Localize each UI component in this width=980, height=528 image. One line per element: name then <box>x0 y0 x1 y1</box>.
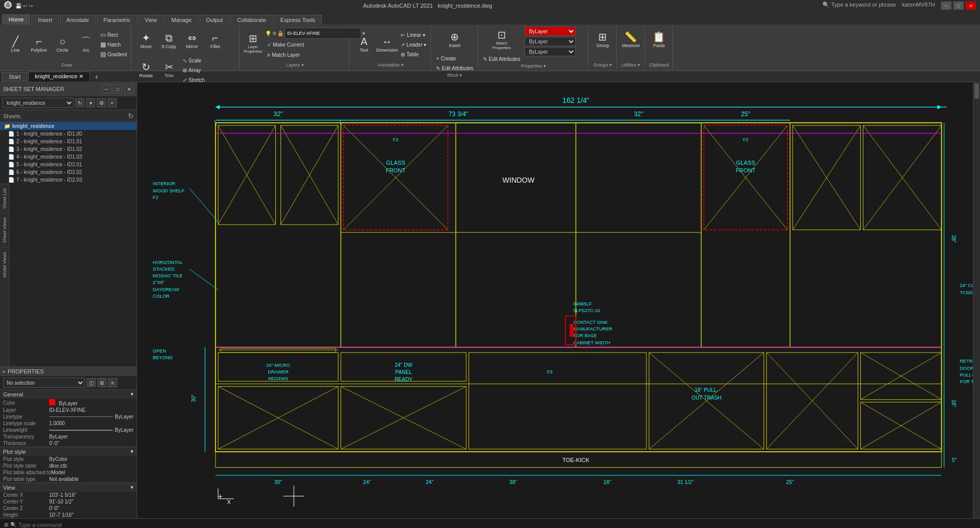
props-btn2[interactable]: ⊞ <box>97 378 106 387</box>
props-selection[interactable]: No selection <box>3 378 85 388</box>
tab-output[interactable]: Output <box>200 15 230 25</box>
cmd-icon: ⊞ <box>4 522 8 527</box>
gradient-button[interactable]: ▤Gradient <box>98 50 129 59</box>
edit-attrs-button[interactable]: ✎Edit Attributes <box>481 54 522 63</box>
svg-text:PANEL: PANEL <box>395 369 412 375</box>
layer-lock-icon[interactable]: 🔒 <box>277 31 284 36</box>
plot-style-section[interactable]: Plot style ▾ <box>0 447 137 456</box>
general-section[interactable]: General ▾ <box>0 389 137 399</box>
tab-manage[interactable]: Manage <box>165 15 199 25</box>
insert-button[interactable]: ⊕Insert <box>444 27 466 53</box>
hatch-button[interactable]: ▦Hatch <box>98 40 129 49</box>
fillet-button[interactable]: ⌐Fillet <box>204 27 226 55</box>
color-combo[interactable]: ByLayer <box>525 27 576 36</box>
sheet-item-2[interactable]: 📄 3 - knight_residence - ID1.02 <box>0 145 137 153</box>
paste-button[interactable]: 📋Paste <box>648 27 670 53</box>
drawing-canvas-area[interactable]: 162 1/4" 32" 73 3/4" 32" 25" <box>137 82 973 518</box>
tab-parametric[interactable]: Parametric <box>97 15 137 25</box>
sheet-item-3[interactable]: 📄 4 - knight_residence - ID1.03 <box>0 153 137 161</box>
right-scrollbar[interactable] <box>973 82 980 518</box>
restore-button[interactable]: □ <box>953 2 964 10</box>
layer-properties-button[interactable]: ⊞ Layer Properties <box>243 30 263 57</box>
sheet-item-5[interactable]: 📄 6 - knight_residence - ID2.02 <box>0 168 137 176</box>
circle-button[interactable]: ○Circle <box>51 30 74 59</box>
main-layout: SHEET SET MANAGER ─ □ ✕ knight_residence… <box>0 82 980 518</box>
sheet-item-4[interactable]: 📄 5 - knight_residence - ID2.01 <box>0 161 137 168</box>
edit-button[interactable]: ✎Edit Attributes <box>434 63 475 73</box>
sheet-item-label: 6 - knight_residence - ID2.02 <box>16 169 82 175</box>
scroll-thumb[interactable] <box>974 83 979 99</box>
layer-visibility-icon[interactable]: 💡 <box>265 31 271 36</box>
rotate-button[interactable]: ↻Rotate <box>135 56 157 84</box>
sheet-item-0[interactable]: 📄 1 - knight_residence - ID1.00 <box>0 130 137 138</box>
make-current-button[interactable]: ✓Make Current <box>265 40 347 49</box>
ssm-settings-button[interactable]: ⚙ <box>97 98 106 107</box>
array-button[interactable]: ⊞Array <box>181 65 207 75</box>
move-button[interactable]: ✦Move <box>135 27 157 55</box>
tab-insert[interactable]: Insert <box>31 15 59 25</box>
create-button[interactable]: +Create <box>434 54 475 63</box>
title-controls[interactable]: 🔍 Type a keyword or phrase karenMV87H ─ … <box>822 2 976 10</box>
ssm-dropdown[interactable]: knight_residence <box>2 98 74 108</box>
plot-style-collapse[interactable]: ▾ <box>130 448 134 455</box>
svg-text:30": 30" <box>274 479 282 485</box>
tab-express[interactable]: Express Tools <box>274 15 322 25</box>
sheet-item-parent[interactable]: 📁 knight_residence <box>0 122 137 130</box>
ssm-options-button[interactable]: ▾ <box>86 98 95 107</box>
tab-document[interactable]: knight_residence ✕ <box>28 72 90 81</box>
linear-button[interactable]: ⊢Linear ▾ <box>399 30 428 39</box>
layer-freeze-icon[interactable]: ❄ <box>272 31 276 36</box>
copy-button[interactable]: ⧉8 Copy <box>158 27 180 55</box>
layer-dropdown[interactable]: ID-ELEV-XFINE <box>285 28 361 39</box>
match-layer-button[interactable]: ≡Match Layer <box>265 50 347 59</box>
lineweight-combo[interactable]: ByLayer <box>525 47 576 56</box>
search-box[interactable]: 🔍 Type a keyword or phrase <box>822 2 896 10</box>
leader-button[interactable]: ↗Leader ▾ <box>399 40 428 49</box>
model-views-tab[interactable]: Model Views <box>1 247 8 282</box>
color-value: ByLayer <box>49 399 134 406</box>
group-button[interactable]: ⊞Group <box>592 27 614 53</box>
view-section[interactable]: View ▾ <box>0 482 137 492</box>
view-collapse[interactable]: ▾ <box>130 484 134 491</box>
mirror-button[interactable]: ⇔Mirror <box>181 27 203 55</box>
app-icon[interactable]: 🅐 <box>4 1 12 10</box>
ssm-close-button[interactable]: ✕ <box>124 84 134 94</box>
ssm-min-button[interactable]: ─ <box>102 84 111 94</box>
sheets-refresh[interactable]: ↻ <box>128 112 134 120</box>
text-button[interactable]: AText <box>353 30 375 59</box>
general-collapse[interactable]: ▾ <box>130 391 134 398</box>
props-btn1[interactable]: ◫ <box>86 378 96 387</box>
scale-button[interactable]: ⤡Scale <box>181 56 207 65</box>
linetype-combo[interactable]: ByLayer <box>525 37 576 46</box>
dimension-button[interactable]: ↔Dimension <box>376 30 398 59</box>
props-btn3[interactable]: ≡ <box>108 378 117 387</box>
minimize-button[interactable]: ─ <box>941 2 951 10</box>
close-button[interactable]: ✕ <box>966 2 976 10</box>
tab-view[interactable]: View <box>138 15 164 25</box>
measure-button[interactable]: 📏Measure <box>620 27 642 53</box>
sheet-bullet: 📄 <box>8 139 14 144</box>
ssm-max-button[interactable]: □ <box>113 84 122 94</box>
sheet-item-6[interactable]: 📄 7 - knight_residence - ID2.03 <box>0 176 137 184</box>
arc-button[interactable]: ⌒Arc <box>75 30 97 59</box>
ptt-value: Not available <box>49 476 134 482</box>
svg-text:FOR BASE: FOR BASE <box>573 333 597 338</box>
tab-home[interactable]: Home <box>2 14 30 25</box>
line-button[interactable]: ╱Line <box>4 30 27 59</box>
tab-annotate[interactable]: Annotate <box>60 15 96 25</box>
tab-start[interactable]: Start <box>2 72 27 81</box>
rect-button[interactable]: ▭Rect <box>98 30 129 39</box>
sheet-item-1[interactable]: 📄 2 - knight_residence - ID1.01 <box>0 138 137 145</box>
match-props-button[interactable]: ⊡ Match Properties <box>489 27 514 53</box>
table-button[interactable]: ⊞Table <box>399 50 428 59</box>
trim-button[interactable]: ✂Trim <box>158 56 180 84</box>
ssm-new-button[interactable]: + <box>107 98 117 107</box>
tab-add[interactable]: + <box>91 72 101 82</box>
command-input[interactable] <box>18 522 976 528</box>
svg-text:GLASS: GLASS <box>736 160 755 166</box>
sheet-views-tab[interactable]: Sheet Views <box>1 213 8 247</box>
tab-collaborate[interactable]: Collaborate <box>231 15 273 25</box>
ssm-refresh-button[interactable]: ↻ <box>75 98 84 107</box>
polyline-button[interactable]: ⌐Polyline <box>28 30 50 59</box>
sheet-list-tab[interactable]: Sheet List <box>1 184 8 213</box>
